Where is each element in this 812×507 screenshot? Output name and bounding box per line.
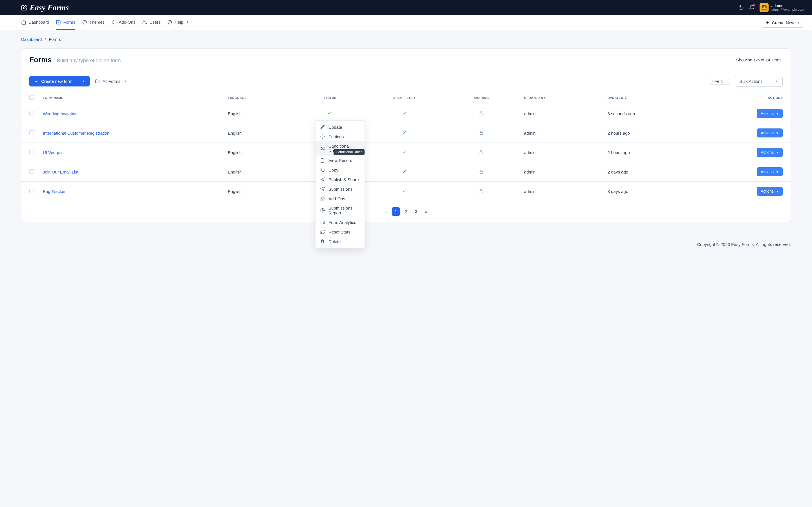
row-spam (362, 143, 446, 162)
trash-icon (320, 239, 325, 244)
col-language[interactable]: LANGUAGE (220, 91, 298, 104)
row-sharing (446, 162, 516, 182)
sort-desc-icon: ↧ (624, 96, 627, 100)
row-checkbox[interactable] (29, 130, 34, 135)
copy-icon (320, 167, 325, 172)
row-updated-by: admin (516, 162, 600, 182)
col-status[interactable]: STATUS (298, 91, 362, 104)
dropdown-item[interactable]: Submissions (315, 184, 364, 194)
nav-forms[interactable]: Forms (56, 15, 75, 30)
chevron-down-icon: ▼ (776, 151, 779, 154)
form-icon (56, 20, 61, 25)
page-prev[interactable]: « (382, 207, 390, 216)
breadcrumb-current: Forms (49, 37, 61, 42)
breadcrumb: Dashboard / Forms (21, 37, 791, 42)
plus-icon (34, 79, 38, 83)
row-updated-by: admin (516, 123, 600, 143)
row-spam (362, 104, 446, 123)
page-2[interactable]: 2 (402, 207, 410, 216)
forms-table: FORM NAME LANGUAGE STATUS SPAM FILTER SH… (21, 91, 791, 201)
col-sharing[interactable]: SHARING (446, 91, 516, 104)
row-actions-button[interactable]: Actions▼ (757, 148, 783, 157)
folder-icon (95, 79, 100, 84)
filter-toggle[interactable]: Filter OFF (709, 78, 730, 85)
row-actions-button[interactable]: Actions▼ (757, 109, 783, 118)
page-next[interactable]: » (422, 207, 430, 216)
form-link[interactable]: UI Widgets (43, 150, 63, 155)
col-spam[interactable]: SPAM FILTER (362, 91, 446, 104)
bulk-actions-select[interactable]: Bulk Actions ▼ (735, 76, 783, 87)
actions-dropdown: UpdateSettingsConditional RulesView Reco… (315, 120, 365, 248)
results-count: Showing 1-5 of 14 items. (736, 57, 783, 62)
form-link[interactable]: Join Our Email List (43, 170, 79, 174)
create-form-button[interactable]: Create new form ▼ (29, 76, 90, 87)
row-updated: 3 days ago (600, 182, 697, 201)
dropdown-item[interactable]: Form Analytics (315, 217, 364, 227)
row-sharing (446, 182, 516, 201)
logo-icon (21, 4, 28, 11)
form-link[interactable]: International Customer Registration (43, 131, 109, 135)
dropdown-item[interactable]: Update (315, 122, 364, 132)
nav-themes[interactable]: Themes (82, 15, 105, 30)
row-spam (362, 123, 446, 143)
row-sharing (446, 143, 516, 162)
row-language: English (220, 143, 298, 162)
dark-mode-toggle[interactable] (738, 5, 744, 10)
navbar: Dashboard Forms Themes Add-Ons Users Hel… (0, 15, 812, 30)
nav-addons[interactable]: Add-Ons (111, 15, 135, 30)
row-checkbox[interactable] (29, 169, 34, 174)
select-all-checkbox[interactable] (29, 95, 34, 100)
form-link[interactable]: Bug Tracker (43, 189, 66, 194)
create-new-button[interactable]: Create New ▼ (761, 18, 804, 27)
footer-copyright: Copyright © 2023 Easy Forms. All rights … (0, 239, 812, 255)
dropdown-item[interactable]: Settings (315, 132, 364, 142)
puzzle-icon (320, 196, 325, 201)
dropdown-item[interactable]: Submissions Report (315, 203, 364, 217)
dropdown-item[interactable]: Add-Ons (315, 194, 364, 203)
dropdown-item[interactable]: Reset Stats (315, 227, 364, 237)
row-actions-button[interactable]: Actions▼ (757, 167, 783, 176)
row-checkbox[interactable] (29, 111, 34, 115)
dropdown-item[interactable]: Publish & Share (315, 175, 364, 184)
page-1[interactable]: 1 (392, 207, 400, 216)
row-checkbox[interactable] (29, 189, 34, 193)
help-icon (167, 20, 172, 25)
chevron-down-icon: ▼ (124, 80, 126, 83)
col-updated[interactable]: UPDATED↧ (600, 91, 697, 104)
chevron-down-icon: ▼ (186, 20, 189, 24)
row-actions-button[interactable]: Actions▼ (757, 187, 783, 196)
row-actions-button[interactable]: Actions▼ (757, 128, 783, 137)
page-subtitle: Build any type of online form (57, 58, 121, 64)
col-name[interactable]: FORM NAME (35, 91, 220, 104)
row-language: English (220, 182, 298, 201)
logo[interactable]: Easy Forms (21, 3, 69, 12)
chevron-down-icon: ▼ (776, 190, 779, 193)
folder-selector[interactable]: All Forms ▼ (95, 79, 126, 84)
refresh-icon (320, 229, 325, 234)
page-3[interactable]: 3 (412, 207, 420, 216)
cursor-icon (331, 144, 336, 149)
lock-icon (479, 130, 484, 135)
check-icon (402, 111, 407, 116)
palette-icon (82, 20, 87, 25)
row-spam (362, 182, 446, 201)
nav-help[interactable]: Help▼ (167, 15, 189, 30)
row-checkbox[interactable] (29, 150, 34, 154)
row-sharing (446, 104, 516, 123)
breadcrumb-root[interactable]: Dashboard (21, 37, 42, 42)
check-icon (402, 169, 407, 174)
form-link[interactable]: Wedding Invitation (43, 111, 78, 116)
user-menu[interactable]: 🧔 admin admin@example.com (760, 3, 804, 12)
dropdown-item[interactable]: Copy (315, 165, 364, 175)
chevron-down-icon: ▼ (776, 112, 779, 115)
dropdown-item[interactable]: View Record (315, 156, 364, 165)
row-spam (362, 162, 446, 182)
dropdown-item[interactable]: Delete (315, 237, 364, 246)
avatar: 🧔 (760, 3, 769, 12)
notifications-button[interactable] (749, 5, 755, 10)
nav-users[interactable]: Users (142, 15, 160, 30)
logo-text: Easy Forms (30, 3, 69, 12)
pencil-icon (320, 124, 325, 129)
nav-dashboard[interactable]: Dashboard (21, 15, 49, 30)
col-updated-by[interactable]: UPDATED BY (516, 91, 600, 104)
